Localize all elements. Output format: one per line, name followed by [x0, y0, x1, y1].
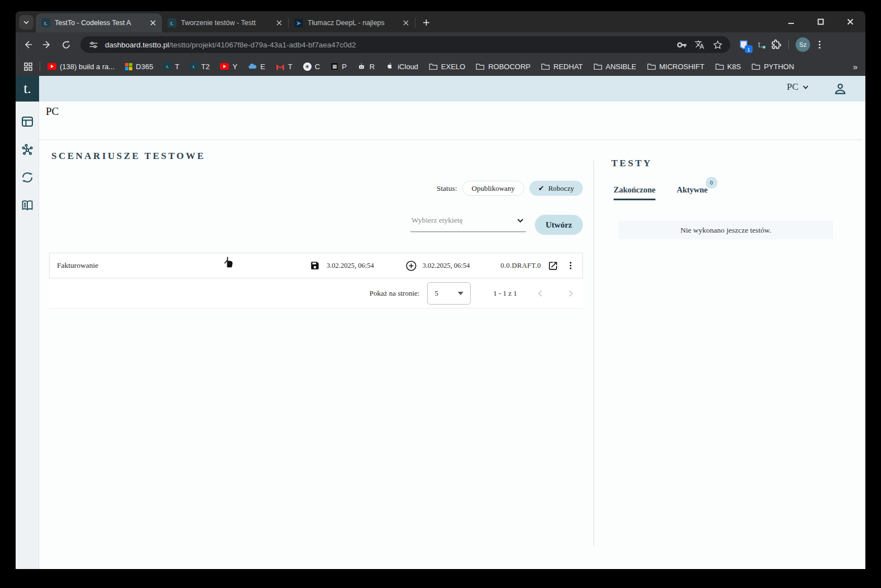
bookmark-folder-k8s[interactable]: K8S — [715, 62, 741, 71]
app-logo[interactable]: t. — [16, 76, 39, 102]
tests-empty-message: Nie wykonano jeszcze testów. — [619, 221, 833, 239]
bookmarks-bar: (138) build a ra... D365 t.T t.T2 Y E T … — [16, 57, 865, 76]
tests-heading: TESTY — [611, 158, 652, 169]
folder-icon — [715, 62, 724, 71]
tab-close-icon[interactable] — [401, 18, 410, 27]
bookmark-folder-ansible[interactable]: ANSIBLE — [593, 62, 636, 71]
sidebar-docs-icon[interactable] — [21, 199, 34, 212]
url-path: /testto/projekt/41067f8e-d79a-43a1-adb4-… — [169, 41, 356, 49]
bookmark-p[interactable]: ▦P — [331, 62, 347, 71]
password-key-icon[interactable] — [676, 38, 688, 51]
scenario-version: 0.0.DRAFT.0 — [500, 262, 541, 270]
bookmark-cloud[interactable]: E — [248, 62, 265, 71]
tab-strip: t. TestTo - Codeless Test A t. Tworzenie… — [16, 11, 865, 32]
sidebar-network-icon[interactable] — [21, 143, 34, 156]
bookmark-d365[interactable]: D365 — [125, 62, 153, 71]
testto-extension-icon[interactable]: t. — [755, 39, 766, 50]
label-select-placeholder: Wybierz etykietę — [411, 216, 463, 225]
page-title: PC — [46, 105, 59, 118]
filter-chip-opublikowany[interactable]: Opublikowany — [462, 181, 524, 196]
sidebar-sync-icon[interactable] — [21, 171, 34, 184]
create-button[interactable]: Utwórz — [535, 215, 583, 235]
browser-tab-tworzenie[interactable]: t. Tworzenie testów - Testt — [162, 13, 288, 32]
browser-menu-icon[interactable] — [815, 40, 825, 50]
dark-app-icon: ▦ — [331, 62, 338, 70]
bookmark-star-icon[interactable] — [711, 38, 724, 51]
filter-chip-roboczy[interactable]: ✔Roboczy — [529, 181, 583, 196]
panel-divider — [593, 161, 594, 547]
site-settings-icon[interactable] — [87, 38, 99, 51]
minimize-button[interactable] — [784, 15, 798, 29]
bookmark-folder-robocorp[interactable]: ROBOCORP — [476, 62, 530, 71]
bookmark-chatgpt[interactable]: ✳C — [303, 62, 320, 71]
mouse-cursor — [222, 256, 234, 269]
bookmark-testto-t[interactable]: t.T — [164, 62, 179, 71]
address-bar[interactable]: dashboard.testto.pl/testto/projekt/41067… — [80, 36, 730, 53]
created-plus-icon — [405, 260, 417, 272]
cloud-icon — [248, 62, 257, 71]
tab-close-icon[interactable] — [275, 18, 284, 27]
user-account-icon[interactable] — [833, 81, 848, 96]
bookmark-folder-exelo[interactable]: EXELO — [429, 62, 465, 71]
tests-tabs: Zakończone Aktywne 0 — [614, 185, 708, 200]
saved-at: 3.02.2025, 06:54 — [327, 262, 374, 270]
microsoft-icon — [125, 63, 132, 70]
extension-badged-icon[interactable]: 1 — [737, 38, 750, 51]
folder-icon — [647, 62, 656, 71]
pagination-range: 1 - 1 z 1 — [493, 289, 517, 298]
extension-badge-count: 1 — [745, 45, 753, 53]
youtube-icon — [220, 63, 229, 70]
profile-avatar[interactable]: Sz — [796, 37, 810, 52]
folder-icon — [429, 62, 438, 71]
maximize-button[interactable] — [813, 15, 828, 29]
close-button[interactable] — [843, 15, 858, 29]
previous-page-icon[interactable] — [534, 287, 547, 300]
tab-close-icon[interactable] — [149, 18, 157, 27]
per-page-select[interactable]: 5 — [427, 282, 471, 305]
scenario-row[interactable]: Fakturowanie 3.02.2025, 06:54 3.02.2025,… — [49, 253, 583, 278]
browser-tab-deepl[interactable]: ➤ Tłumacz DeepL - najleps — [289, 13, 415, 32]
pagination-row: Pokaż na stronie: 5 1 - 1 z 1 — [49, 278, 583, 309]
bookmark-folder-python[interactable]: PYTHON — [751, 62, 794, 71]
bookmark-testto-t2[interactable]: t.T2 — [190, 62, 209, 71]
bookmark-youtube[interactable]: Y — [220, 62, 237, 71]
label-select[interactable]: Wybierz etykietę — [410, 215, 526, 232]
translate-icon[interactable] — [693, 38, 706, 51]
bookmarks-overflow-icon[interactable]: » — [853, 62, 858, 71]
chevron-down-icon — [516, 216, 525, 225]
folder-icon — [541, 62, 550, 71]
back-button[interactable] — [19, 36, 37, 54]
row-menu-icon[interactable] — [566, 261, 575, 270]
project-selector[interactable]: PC — [787, 81, 810, 93]
bookmark-icloud[interactable]: iCloud — [385, 62, 418, 71]
apps-grid-icon[interactable] — [23, 62, 32, 71]
forward-button[interactable] — [38, 36, 56, 54]
tab-zakonczone[interactable]: Zakończone — [614, 185, 655, 200]
project-selector-label: PC — [787, 81, 798, 93]
extensions-puzzle-icon[interactable] — [770, 39, 782, 50]
reload-button[interactable] — [57, 36, 75, 54]
bookmark-folder-microshift[interactable]: MICROSHIFT — [647, 62, 705, 71]
toolbar-separator — [788, 40, 789, 50]
tab-search-button[interactable] — [19, 15, 33, 30]
browser-tab-testto[interactable]: t. TestTo - Codeless Test A — [36, 13, 162, 32]
label-filter-row: Wybierz etykietę Utwórz — [410, 215, 583, 235]
folder-icon — [593, 62, 602, 71]
app-header-bar — [39, 76, 865, 102]
next-page-icon[interactable] — [564, 287, 577, 300]
open-in-new-icon[interactable] — [548, 261, 558, 271]
tab-title: Tłumacz DeepL - najleps — [308, 19, 397, 27]
sidebar-dashboard-icon[interactable] — [21, 115, 34, 128]
new-tab-button[interactable] — [419, 15, 433, 30]
url-host: dashboard.testto.pl — [105, 41, 169, 49]
bookmark-folder-redhat[interactable]: REDHAT — [541, 62, 582, 71]
deepl-favicon: ➤ — [294, 18, 303, 27]
per-page-label: Pokaż na stronie: — [370, 289, 420, 298]
bookmark-robot[interactable]: R — [357, 62, 375, 71]
bookmark-gmail[interactable]: T — [276, 62, 293, 71]
scenario-name[interactable]: Fakturowanie — [57, 261, 310, 270]
bookmark-youtube-video[interactable]: (138) build a ra... — [47, 62, 114, 71]
tab-aktywne[interactable]: Aktywne 0 — [677, 185, 708, 200]
bookmarks-separator — [40, 62, 40, 71]
scenario-table: Fakturowanie 3.02.2025, 06:54 3.02.2025,… — [49, 253, 583, 309]
